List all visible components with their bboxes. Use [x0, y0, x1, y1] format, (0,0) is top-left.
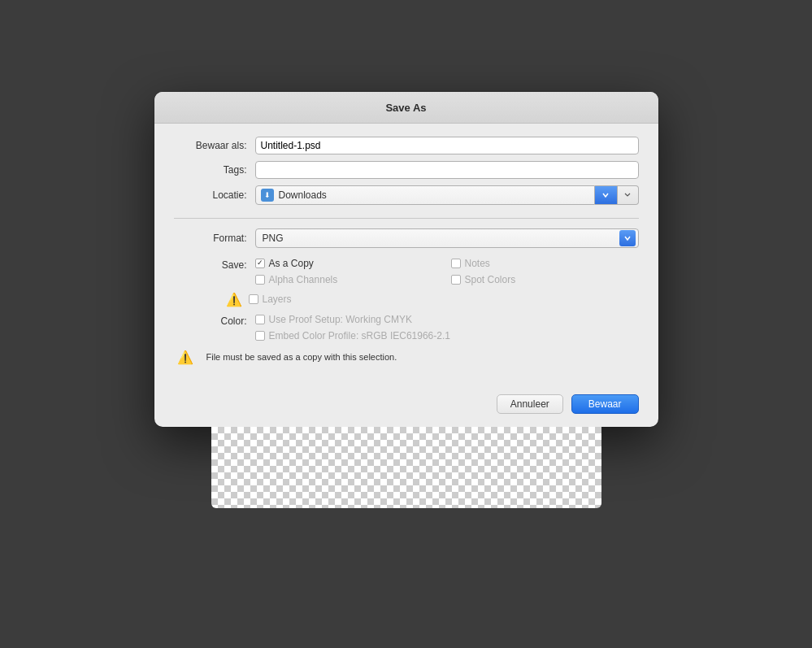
alpha-channels-checkbox[interactable] — [255, 275, 265, 285]
dialog-title: Save As — [385, 102, 426, 114]
notes-option[interactable]: Notes — [451, 258, 639, 269]
use-proof-checkbox[interactable] — [255, 315, 265, 324]
save-row: Save: As a Copy Notes Alp — [174, 258, 639, 285]
location-select-wrapper: ⬇ Downloads — [255, 185, 639, 205]
color-row: Color: Use Proof Setup: Working CMYK Emb… — [174, 314, 639, 341]
format-select-wrapper: PNG JPEG TIFF PSD BMP — [255, 228, 639, 248]
separator — [174, 218, 639, 219]
dialog-body: Bewaar als: Tags: Locatie: ⬇ Downloads — [154, 124, 658, 394]
location-label: Locatie: — [174, 189, 247, 201]
as-copy-label: As a Copy — [269, 258, 314, 269]
warning-bar-text: File must be saved as a copy with this s… — [206, 352, 397, 362]
location-chevron-button[interactable] — [595, 185, 618, 205]
save-label: Save: — [174, 259, 247, 271]
location-text: Downloads — [279, 189, 589, 201]
layers-row: ⚠️ Layers — [174, 292, 639, 307]
warning-bar-icon: ⚠️ — [177, 350, 193, 365]
location-row: Locatie: ⬇ Downloads — [174, 185, 639, 205]
embed-color-label: Embed Color Profile: sRGB IEC61966-2.1 — [269, 330, 450, 341]
spot-colors-label: Spot Colors — [465, 274, 516, 285]
save-button[interactable]: Bewaar — [571, 394, 639, 414]
tags-label: Tags: — [174, 164, 247, 176]
spot-colors-checkbox[interactable] — [451, 275, 461, 285]
filename-row: Bewaar als: — [174, 137, 639, 154]
format-row: Format: PNG JPEG TIFF PSD BMP — [174, 228, 639, 248]
location-expand-button[interactable] — [618, 185, 639, 205]
notes-label: Notes — [465, 258, 490, 269]
embed-color-checkbox[interactable] — [255, 331, 265, 341]
layers-checkbox[interactable] — [249, 294, 258, 304]
tags-input[interactable] — [255, 161, 639, 179]
layers-warning-icon: ⚠️ — [226, 292, 242, 307]
dialog-titlebar: Save As — [154, 92, 658, 124]
notes-checkbox[interactable] — [451, 259, 461, 268]
location-select[interactable]: ⬇ Downloads — [255, 185, 595, 205]
filename-input[interactable] — [255, 137, 639, 154]
use-proof-option[interactable]: Use Proof Setup: Working CMYK — [255, 314, 639, 325]
as-copy-option[interactable]: As a Copy — [255, 258, 443, 269]
color-options: Use Proof Setup: Working CMYK Embed Colo… — [255, 314, 639, 341]
format-label: Format: — [174, 233, 247, 244]
color-label: Color: — [174, 315, 247, 327]
canvas-preview — [211, 427, 601, 508]
layers-option[interactable]: Layers — [249, 294, 292, 305]
dialog-buttons: Annuleer Bewaar — [154, 394, 658, 427]
location-folder-icon: ⬇ — [261, 189, 274, 202]
cancel-button[interactable]: Annuleer — [497, 394, 563, 414]
alpha-channels-option[interactable]: Alpha Channels — [255, 274, 443, 285]
save-as-dialog: Save As Bewaar als: Tags: Locatie: ⬇ Do — [154, 92, 658, 427]
format-select[interactable]: PNG JPEG TIFF PSD BMP — [255, 228, 639, 248]
tags-row: Tags: — [174, 161, 639, 179]
as-copy-checkbox[interactable] — [255, 259, 265, 268]
filename-label: Bewaar als: — [174, 140, 247, 151]
use-proof-label: Use Proof Setup: Working CMYK — [269, 314, 413, 325]
spot-colors-option[interactable]: Spot Colors — [451, 274, 639, 285]
embed-color-option[interactable]: Embed Color Profile: sRGB IEC61966-2.1 — [255, 330, 639, 341]
dialog-wrapper: Save As Bewaar als: Tags: Locatie: ⬇ Do — [154, 92, 658, 508]
layers-label: Layers — [263, 294, 292, 305]
alpha-channels-label: Alpha Channels — [269, 274, 338, 285]
warning-bar: ⚠️ File must be saved as a copy with thi… — [174, 350, 639, 365]
save-options-grid: As a Copy Notes Alpha Channels — [255, 258, 639, 285]
